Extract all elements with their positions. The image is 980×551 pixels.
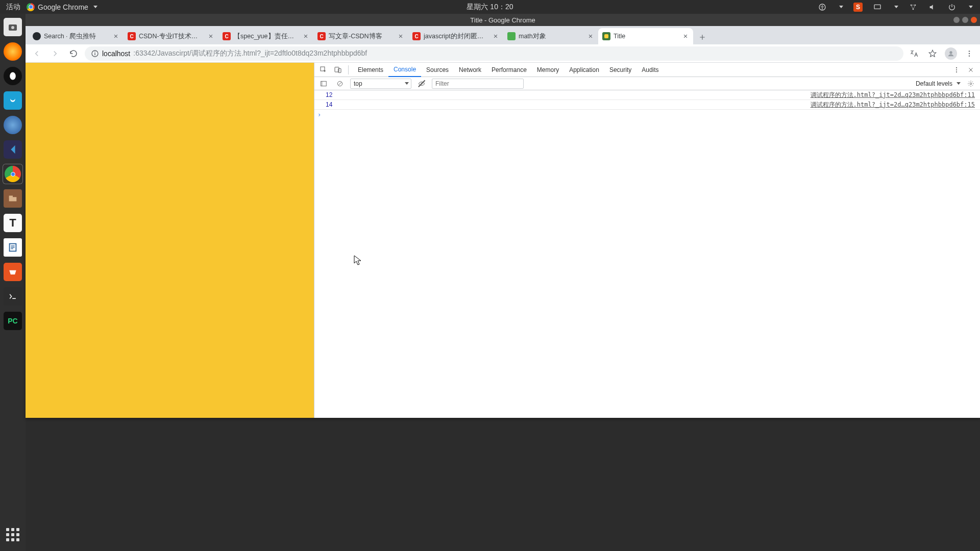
console-log-source-link[interactable]: 调试程序的方法.html?_ijt=2d…q23m2htphbbpd6bf:11 (811, 91, 975, 99)
window-minimize[interactable] (953, 17, 960, 23)
dock-thunderbird[interactable] (3, 115, 23, 135)
tab-label: Search · 爬虫推特 (44, 32, 109, 41)
chrome-icon (27, 3, 35, 11)
log-levels-selector[interactable]: Default levels (916, 80, 961, 87)
browser-tab[interactable]: C写文章-CSDN博客 (313, 28, 408, 44)
dock-chrome[interactable] (3, 164, 23, 184)
dock-show-apps[interactable] (3, 524, 23, 545)
devtools-close-icon[interactable] (965, 64, 977, 76)
chevron-down-icon (969, 6, 973, 8)
app-menu[interactable]: Google Chrome (27, 3, 97, 11)
tab-label: 【spec_yue】责任… (234, 32, 299, 41)
app-menu-label: Google Chrome (38, 3, 88, 11)
context-selector[interactable]: top (350, 79, 411, 89)
dock-qq[interactable] (3, 66, 23, 86)
tab-close-icon[interactable] (397, 33, 404, 40)
site-info-icon[interactable] (91, 49, 99, 58)
forward-button[interactable] (48, 46, 62, 61)
dock-files[interactable] (3, 188, 23, 209)
browser-tab[interactable]: Search · 爬虫推特 (29, 28, 124, 44)
console-log-source-link[interactable]: 调试程序的方法.html?_ijt=2d…q23m2htphbbpd6bf:15 (811, 101, 975, 109)
dock-firefox[interactable] (3, 41, 23, 62)
console-toolbar: top Default levels (314, 77, 980, 90)
input-method-icon[interactable]: S (853, 3, 863, 12)
dock-screenshot[interactable] (3, 17, 23, 37)
browser-tab[interactable]: Cjavascript的封闭匿… (408, 28, 503, 44)
device-toggle-icon[interactable] (332, 64, 344, 76)
window-maximize[interactable] (962, 17, 968, 23)
console-log-row[interactable]: 14调试程序的方法.html?_ijt=2d…q23m2htphbbpd6bf:… (314, 100, 980, 110)
browser-tab[interactable]: CCSDN-专业IT技术… (124, 28, 218, 44)
accessibility-icon[interactable] (818, 3, 827, 12)
browser-tab[interactable]: C【spec_yue】责任… (218, 28, 313, 44)
clear-console-icon[interactable] (334, 78, 346, 90)
devtools-tab-performance[interactable]: Performance (486, 63, 532, 77)
console-sidebar-toggle-icon[interactable] (317, 78, 330, 90)
devtools-tab-sources[interactable]: Sources (421, 63, 454, 77)
tab-close-icon[interactable] (587, 33, 594, 40)
live-expression-icon[interactable] (415, 78, 428, 90)
bookmark-icon[interactable] (926, 47, 939, 60)
tab-label: CSDN-专业IT技术… (139, 32, 204, 41)
display-icon[interactable] (873, 3, 882, 12)
devtools-tab-application[interactable]: Application (564, 63, 604, 77)
console-log-value: 14 (326, 101, 332, 108)
devtools-tab-network[interactable]: Network (454, 63, 486, 77)
svg-rect-9 (9, 197, 17, 201)
content-split: ElementsConsoleSourcesNetworkPerformance… (26, 63, 980, 418)
svg-point-32 (421, 83, 423, 84)
console-settings-icon[interactable] (965, 78, 977, 90)
dock-vscode[interactable] (3, 139, 23, 160)
tab-close-icon[interactable] (207, 33, 214, 40)
console-output[interactable]: 12调试程序的方法.html?_ijt=2d…q23m2htphbbpd6bf:… (314, 90, 980, 418)
power-icon[interactable] (947, 3, 957, 12)
window-title: Title - Google Chrome (470, 16, 535, 24)
svg-rect-14 (11, 248, 13, 249)
devtools-tab-security[interactable]: Security (604, 63, 636, 77)
devtools-menu-icon[interactable] (950, 64, 963, 76)
devtools-tab-audits[interactable]: Audits (636, 63, 664, 77)
volume-icon[interactable] (928, 3, 937, 12)
window-close[interactable] (971, 17, 977, 23)
browser-tab[interactable]: math对象 (503, 28, 598, 44)
dock-libreoffice[interactable] (3, 237, 23, 258)
address-path: :63342/Javascirpt/调试程序的方法.html?_ijt=2dft… (133, 49, 367, 58)
dock-pycharm[interactable]: PC (3, 311, 23, 331)
translate-icon[interactable] (908, 47, 921, 60)
tab-close-icon[interactable] (682, 33, 689, 40)
console-filter-input[interactable] (432, 79, 524, 89)
dock-ubuntu-software[interactable] (3, 262, 23, 282)
devtools-tab-elements[interactable]: Elements (353, 63, 388, 77)
csdn-favicon: C (317, 32, 326, 40)
dock-text-editor[interactable]: T (3, 213, 23, 233)
inspect-element-icon[interactable] (317, 64, 330, 76)
tab-close-icon[interactable] (492, 33, 499, 40)
address-bar[interactable]: localhost:63342/Javascirpt/调试程序的方法.html?… (85, 46, 903, 61)
devtools-tabs: ElementsConsoleSourcesNetworkPerformance… (314, 63, 980, 77)
tab-close-icon[interactable] (112, 33, 119, 40)
profile-avatar[interactable] (944, 47, 958, 60)
chrome-menu-icon[interactable] (963, 47, 976, 60)
address-host: localhost (102, 49, 130, 58)
activities-button[interactable]: 活动 (6, 3, 20, 12)
dock-terminal[interactable] (3, 286, 23, 307)
reload-button[interactable] (66, 46, 81, 61)
tab-close-icon[interactable] (302, 33, 309, 40)
devtools-tab-memory[interactable]: Memory (532, 63, 564, 77)
window-titlebar: Title - Google Chrome (26, 14, 980, 26)
svg-point-21 (969, 55, 970, 56)
chevron-down-icon (894, 6, 898, 8)
network-icon[interactable] (909, 3, 918, 12)
svg-rect-13 (11, 247, 14, 247)
console-prompt[interactable]: › (314, 110, 980, 119)
dock-app[interactable] (3, 90, 23, 111)
devtools-tab-console[interactable]: Console (388, 63, 421, 77)
system-clock[interactable]: 星期六 10：20 (467, 3, 513, 12)
new-tab-button[interactable] (695, 30, 709, 44)
console-log-row[interactable]: 12调试程序的方法.html?_ijt=2d…q23m2htphbbpd6bf:… (314, 90, 980, 100)
chevron-down-icon (957, 82, 961, 85)
svg-point-27 (956, 71, 957, 72)
page-content[interactable] (26, 63, 314, 418)
browser-tab[interactable]: Title (598, 28, 693, 44)
back-button[interactable] (30, 46, 44, 61)
